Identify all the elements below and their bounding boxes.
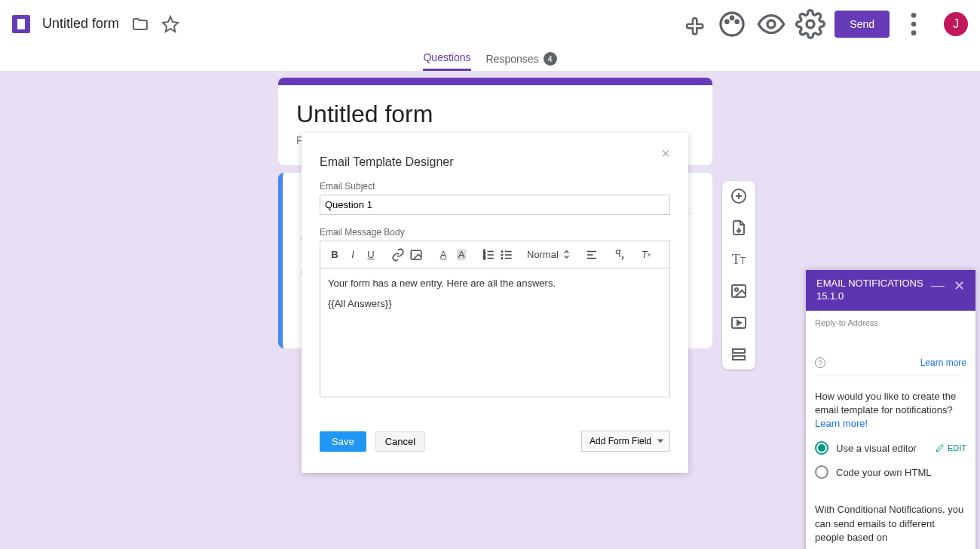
- app-header: Untitled form Send J: [0, 0, 980, 48]
- learn-more-link[interactable]: Learn more: [920, 357, 966, 368]
- email-notifications-panel: EMAIL NOTIFICATIONS 15.1.0 — ✕ Reply-to …: [806, 270, 975, 549]
- panel-footer-text: With Conditional Notifications, you can …: [815, 503, 966, 544]
- rtl-icon[interactable]: [612, 248, 626, 262]
- modal-close-icon[interactable]: ×: [661, 145, 670, 169]
- editor-toolbar: B I U A A 123: [320, 241, 669, 268]
- form-title-text[interactable]: Untitled form: [296, 100, 694, 128]
- question-toolbar: TT: [722, 181, 755, 370]
- panel-title: EMAIL NOTIFICATIONS 15.1.0: [816, 278, 923, 303]
- folder-icon[interactable]: [131, 15, 149, 33]
- svg-rect-14: [733, 356, 745, 360]
- svg-point-7: [911, 21, 917, 26]
- svg-point-3: [736, 20, 738, 23]
- import-questions-icon[interactable]: [730, 219, 748, 237]
- bg-color-icon[interactable]: A: [455, 248, 468, 262]
- responses-count-badge: 4: [544, 52, 557, 66]
- tab-questions[interactable]: Questions: [423, 48, 470, 71]
- bullet-list-icon[interactable]: [500, 248, 513, 262]
- modal-title: Email Template Designer: [320, 155, 454, 169]
- svg-point-1: [726, 20, 728, 23]
- tabs: Questions Responses 4: [0, 48, 980, 72]
- svg-point-6: [911, 13, 917, 18]
- cancel-button[interactable]: Cancel: [375, 431, 425, 452]
- subject-input[interactable]: [320, 195, 670, 215]
- link-icon[interactable]: [391, 248, 405, 262]
- panel-question: How would you like to create the email t…: [815, 390, 966, 431]
- add-title-icon[interactable]: TT: [730, 250, 748, 268]
- form-title[interactable]: Untitled form: [42, 16, 119, 32]
- svg-point-26: [501, 254, 503, 256]
- help-icon[interactable]: ?: [815, 357, 825, 368]
- workspace: Untitled form Fo TT Email Template Desig…: [0, 72, 980, 549]
- text-color-icon[interactable]: A: [436, 248, 450, 262]
- underline-icon[interactable]: U: [364, 248, 378, 262]
- body-line-2: {{All Answers}}: [328, 298, 662, 309]
- add-section-icon[interactable]: [730, 345, 748, 363]
- svg-point-8: [911, 30, 917, 35]
- body-label: Email Message Body: [320, 227, 670, 238]
- palette-icon[interactable]: [717, 9, 747, 39]
- body-line-1: Your form has a new entry. Here are all …: [328, 278, 662, 289]
- svg-point-25: [501, 250, 503, 252]
- email-template-modal: Email Template Designer × Email Subject …: [302, 133, 688, 473]
- add-question-icon[interactable]: [730, 187, 748, 205]
- bold-icon[interactable]: B: [328, 248, 341, 262]
- svg-point-11: [735, 288, 738, 291]
- edit-button[interactable]: EDIT: [936, 443, 966, 452]
- svg-rect-13: [733, 349, 745, 353]
- minimize-icon[interactable]: —: [931, 278, 945, 294]
- close-panel-icon[interactable]: ✕: [954, 278, 965, 294]
- send-button[interactable]: Send: [835, 11, 890, 38]
- option-code-html[interactable]: Code your own HTML: [815, 465, 966, 479]
- editor-body[interactable]: Your form has a new entry. Here are all …: [320, 268, 669, 397]
- add-form-field-dropdown[interactable]: Add Form Field: [581, 431, 670, 452]
- italic-icon[interactable]: I: [346, 248, 360, 262]
- svg-point-27: [501, 257, 503, 259]
- rich-text-editor: B I U A A 123: [320, 241, 670, 397]
- save-button[interactable]: Save: [320, 431, 366, 452]
- tab-responses-label: Responses: [486, 53, 539, 65]
- preview-icon[interactable]: [756, 9, 786, 39]
- tab-responses[interactable]: Responses 4: [486, 48, 557, 71]
- add-image-icon[interactable]: [730, 282, 748, 300]
- image-icon[interactable]: [409, 248, 423, 262]
- format-select[interactable]: Normal: [527, 249, 570, 260]
- align-icon[interactable]: [585, 248, 599, 262]
- user-avatar[interactable]: J: [944, 12, 968, 36]
- learn-more-inline-link[interactable]: Learn more!: [815, 418, 868, 429]
- svg-point-5: [807, 20, 814, 28]
- option-visual-editor[interactable]: Use a visual editor EDIT: [815, 441, 966, 455]
- subject-label: Email Subject: [320, 181, 670, 192]
- more-icon[interactable]: [899, 9, 929, 39]
- clear-format-icon[interactable]: Tx: [639, 248, 653, 262]
- svg-point-4: [767, 20, 775, 28]
- forms-app-icon: [12, 15, 30, 33]
- addons-icon[interactable]: [678, 9, 708, 39]
- add-video-icon[interactable]: [730, 314, 748, 332]
- settings-icon[interactable]: [795, 9, 825, 39]
- svg-point-2: [731, 17, 733, 19]
- star-icon[interactable]: [161, 15, 179, 33]
- ordered-list-icon[interactable]: 123: [482, 248, 495, 262]
- svg-text:3: 3: [483, 256, 485, 260]
- reply-to-label: Reply-to Address: [815, 318, 966, 327]
